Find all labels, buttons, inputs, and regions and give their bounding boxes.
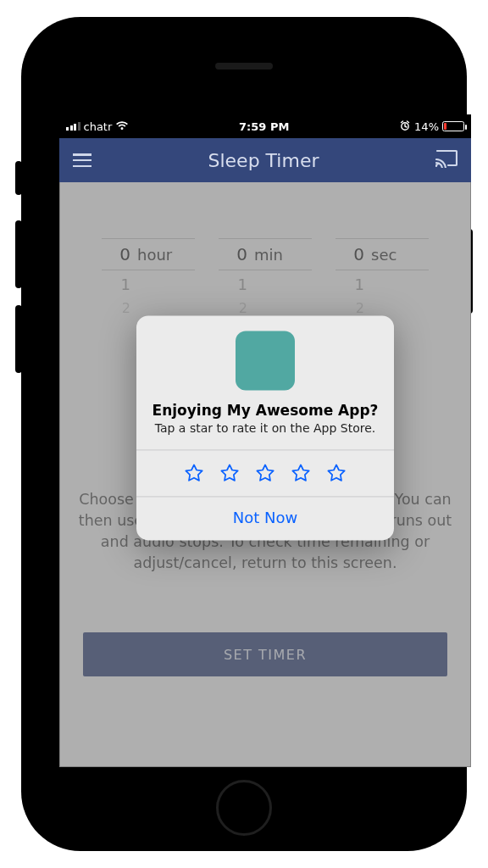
app-icon xyxy=(236,331,295,390)
phone-speaker xyxy=(215,63,273,70)
rating-title: Enjoying My Awesome App? xyxy=(152,402,379,419)
screen: chatr 7:59 PM 14% Sleep Timer xyxy=(59,114,471,767)
star-4[interactable] xyxy=(290,462,312,484)
rating-stars xyxy=(136,450,394,496)
not-now-button[interactable]: Not Now xyxy=(136,497,394,540)
carrier-label: chatr xyxy=(84,120,113,133)
star-2[interactable] xyxy=(219,462,241,484)
menu-button[interactable] xyxy=(73,153,92,167)
battery-icon xyxy=(442,121,464,131)
rating-subtitle: Tap a star to rate it on the App Store. xyxy=(152,420,379,436)
star-5[interactable] xyxy=(325,462,347,484)
nav-bar: Sleep Timer xyxy=(59,138,471,182)
home-button[interactable] xyxy=(216,780,272,836)
cast-button[interactable] xyxy=(435,149,458,172)
signal-icon xyxy=(66,122,80,131)
phone-frame: chatr 7:59 PM 14% Sleep Timer xyxy=(21,17,467,851)
status-bar: chatr 7:59 PM 14% xyxy=(59,114,471,138)
clock-time: 7:59 PM xyxy=(239,120,289,133)
wifi-icon xyxy=(115,120,129,133)
alarm-icon xyxy=(399,120,411,134)
rating-dialog: Enjoying My Awesome App? Tap a star to r… xyxy=(136,315,394,540)
star-3[interactable] xyxy=(254,462,276,484)
star-1[interactable] xyxy=(183,462,205,484)
page-title: Sleep Timer xyxy=(208,150,319,171)
battery-pct: 14% xyxy=(414,120,439,133)
